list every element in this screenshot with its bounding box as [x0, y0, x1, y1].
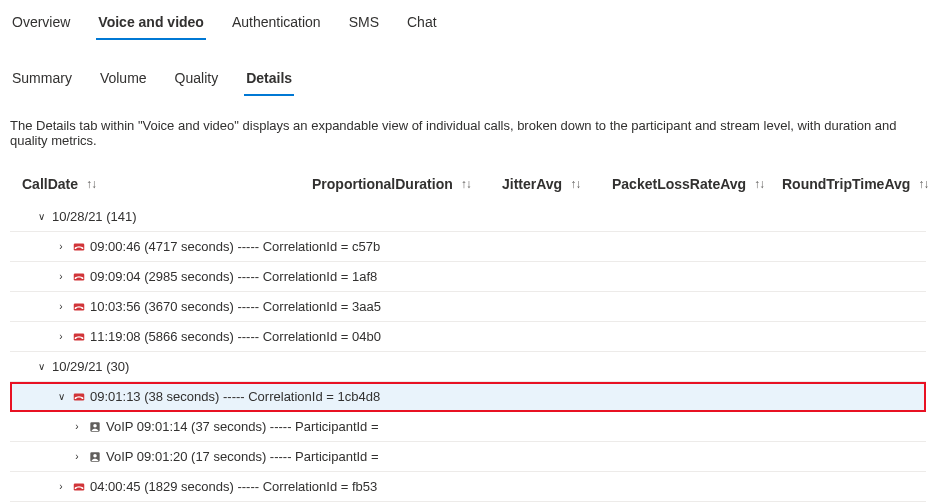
svg-point-7 [75, 307, 77, 309]
col-label: PacketLossRateAvg [612, 176, 746, 192]
phone-icon [72, 270, 86, 284]
col-header-calldate[interactable]: CallDate ↑↓ [22, 176, 312, 192]
secondary-tabs: SummaryVolumeQualityDetails [10, 64, 926, 96]
subtab-quality[interactable]: Quality [173, 64, 221, 96]
chevron-right-icon[interactable]: › [70, 451, 84, 462]
svg-point-21 [82, 487, 84, 489]
call-row[interactable]: ›04:00:45 (1829 seconds) ----- Correlati… [10, 472, 926, 502]
svg-point-16 [93, 424, 97, 428]
primary-tabs: OverviewVoice and videoAuthenticationSMS… [10, 8, 926, 40]
call-row[interactable]: ›09:00:46 (4717 seconds) ----- Correlati… [10, 232, 926, 262]
subtab-volume[interactable]: Volume [98, 64, 149, 96]
row-label: 11:19:08 (5866 seconds) ----- Correlatio… [90, 329, 381, 344]
tab-voice-and-video[interactable]: Voice and video [96, 8, 206, 40]
col-header-packetlossrateavg[interactable]: PacketLossRateAvg ↑↓ [612, 176, 782, 192]
chevron-right-icon[interactable]: › [54, 271, 68, 282]
svg-point-18 [93, 454, 97, 458]
phone-icon [72, 390, 86, 404]
phone-icon [72, 240, 86, 254]
call-row[interactable]: ∨09:01:13 (38 seconds) ----- Correlation… [10, 382, 926, 412]
col-label: ProportionalDuration [312, 176, 453, 192]
sort-icon[interactable]: ↑↓ [86, 177, 96, 191]
col-header-roundtriptimeavg[interactable]: RoundTripTimeAvg ↑↓ [782, 176, 932, 192]
chevron-right-icon[interactable]: › [70, 421, 84, 432]
sort-icon[interactable]: ↑↓ [461, 177, 471, 191]
chevron-right-icon[interactable]: › [54, 301, 68, 312]
row-label: 09:00:46 (4717 seconds) ----- Correlatio… [90, 239, 380, 254]
sort-icon[interactable]: ↑↓ [570, 177, 580, 191]
tab-overview[interactable]: Overview [10, 8, 72, 40]
description: The Details tab within "Voice and video"… [10, 118, 926, 148]
col-label: JitterAvg [502, 176, 562, 192]
chevron-down-icon[interactable]: ∨ [34, 211, 48, 222]
table-body: ∨10/28/21 (141)›09:00:46 (4717 seconds) … [10, 202, 926, 504]
svg-point-20 [75, 487, 77, 489]
chevron-right-icon[interactable]: › [54, 481, 68, 492]
table-header: CallDate ↑↓ ProportionalDuration ↑↓ Jitt… [10, 166, 926, 202]
svg-point-1 [75, 247, 77, 249]
svg-point-5 [82, 277, 84, 279]
svg-point-13 [75, 397, 77, 399]
subtab-summary[interactable]: Summary [10, 64, 74, 96]
svg-point-2 [82, 247, 84, 249]
svg-point-8 [82, 307, 84, 309]
sort-icon[interactable]: ↑↓ [918, 177, 928, 191]
person-icon [88, 420, 102, 434]
tab-authentication[interactable]: Authentication [230, 8, 323, 40]
phone-icon [72, 480, 86, 494]
call-row[interactable]: ›10:03:56 (3670 seconds) ----- Correlati… [10, 292, 926, 322]
tab-sms[interactable]: SMS [347, 8, 381, 40]
row-label: 10/28/21 (141) [52, 209, 137, 224]
col-label: CallDate [22, 176, 78, 192]
row-label: 09:09:04 (2985 seconds) ----- Correlatio… [90, 269, 377, 284]
call-row[interactable]: ›11:19:08 (5866 seconds) ----- Correlati… [10, 322, 926, 352]
chevron-right-icon[interactable]: › [54, 241, 68, 252]
svg-point-10 [75, 337, 77, 339]
call-row[interactable]: ›09:09:04 (2985 seconds) ----- Correlati… [10, 262, 926, 292]
chevron-down-icon[interactable]: ∨ [34, 361, 48, 372]
svg-point-11 [82, 337, 84, 339]
date-group-row[interactable]: ∨10/29/21 (30) [10, 352, 926, 382]
col-label: RoundTripTimeAvg [782, 176, 910, 192]
sort-icon[interactable]: ↑↓ [754, 177, 764, 191]
row-label: 04:00:45 (1829 seconds) ----- Correlatio… [90, 479, 377, 494]
svg-point-14 [82, 397, 84, 399]
svg-point-4 [75, 277, 77, 279]
chevron-down-icon[interactable]: ∨ [54, 391, 68, 402]
phone-icon [72, 330, 86, 344]
date-group-row[interactable]: ∨10/28/21 (141) [10, 202, 926, 232]
row-label: VoIP 09:01:14 (37 seconds) ----- Partici… [106, 419, 379, 434]
row-label: 09:01:13 (38 seconds) ----- CorrelationI… [90, 389, 380, 404]
person-icon [88, 450, 102, 464]
participant-row[interactable]: ›VoIP 09:01:14 (37 seconds) ----- Partic… [10, 412, 926, 442]
participant-row[interactable]: ›VoIP 09:01:20 (17 seconds) ----- Partic… [10, 442, 926, 472]
row-label: 10/29/21 (30) [52, 359, 129, 374]
col-header-jitteravg[interactable]: JitterAvg ↑↓ [502, 176, 612, 192]
col-header-proportionalduration[interactable]: ProportionalDuration ↑↓ [312, 176, 502, 192]
row-label: VoIP 09:01:20 (17 seconds) ----- Partici… [106, 449, 379, 464]
phone-icon [72, 300, 86, 314]
tab-chat[interactable]: Chat [405, 8, 439, 40]
chevron-right-icon[interactable]: › [54, 331, 68, 342]
row-label: 10:03:56 (3670 seconds) ----- Correlatio… [90, 299, 381, 314]
subtab-details[interactable]: Details [244, 64, 294, 96]
